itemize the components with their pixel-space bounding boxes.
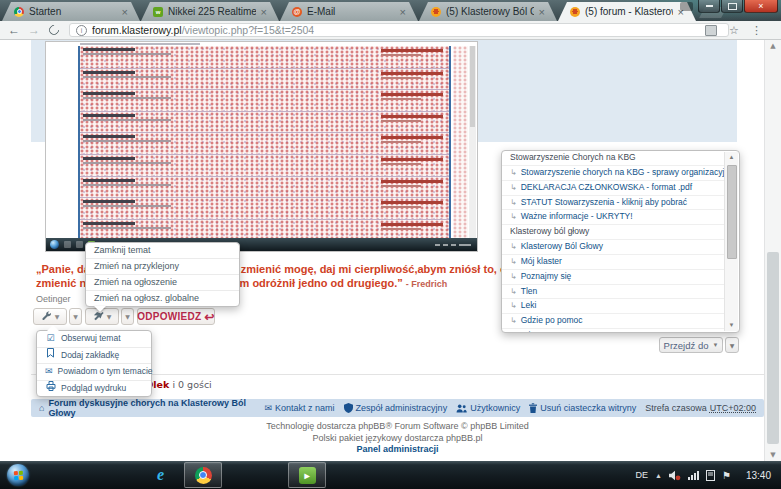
- jump-link[interactable]: ↳Poznajmy się: [502, 270, 724, 285]
- address-bar[interactable]: i forum.klasterowy.pl/viewtopic.php?f=15…: [69, 23, 729, 37]
- scroll-up-icon[interactable]: ▲: [725, 152, 738, 163]
- jump-menu-scrollbar[interactable]: ▲ ▼: [724, 152, 738, 331]
- footer-link-label: Usuń ciasteczka witryny: [540, 403, 636, 413]
- tab-close-icon[interactable]: ×: [400, 7, 406, 17]
- forward-icon[interactable]: →: [28, 23, 40, 37]
- credit-line: Technologię dostarcza phpBB® Forum Softw…: [31, 421, 764, 433]
- tab-klasterowy[interactable]: (5) Klasterowy Ból Głowy ×: [419, 2, 557, 21]
- menu-item-close-topic[interactable]: Zamknij temat: [86, 243, 239, 259]
- flag-icon[interactable]: ⚑: [722, 470, 731, 481]
- url-text: forum.klasterowy.pl/viewtopic.php?f=15&t…: [92, 24, 314, 36]
- contact-link[interactable]: ✉ Kontakt z nami: [265, 403, 335, 413]
- menu-item-label: Podgląd wydruku: [61, 381, 126, 396]
- tab-email[interactable]: @ E-Mail ×: [280, 2, 418, 21]
- scroll-thumb[interactable]: [727, 165, 737, 259]
- admin-team-link[interactable]: Zespół administracyjny: [344, 403, 448, 413]
- bookmark-star-icon[interactable]: ☆: [729, 24, 739, 37]
- maximize-button[interactable]: [721, 0, 743, 13]
- tab-nikkei[interactable]: w Nikkei 225 Realtime | Ku ×: [141, 2, 279, 21]
- menu-item-bookmark[interactable]: Dodaj zakładkę: [37, 348, 151, 365]
- shield-icon: [344, 403, 353, 413]
- language-indicator[interactable]: DE: [636, 470, 649, 480]
- menu-item-make-global[interactable]: Zmień na ogłosz. globalne: [86, 291, 239, 306]
- jump-link[interactable]: ↳Trigger: [502, 329, 724, 333]
- timezone-value[interactable]: UTC+02:00: [710, 403, 756, 413]
- jump-link[interactable]: ↳Klasterowy Ból Głowy: [502, 240, 724, 255]
- menu-item-label: Obserwuj temat: [61, 331, 121, 346]
- jump-link[interactable]: ↳Stowarzyszenie chorych na KBG - sprawy …: [502, 166, 724, 181]
- jump-link[interactable]: ↳Tlen: [502, 285, 724, 300]
- page-action-icon[interactable]: [705, 25, 717, 36]
- reply-button[interactable]: ODPOWIEDZ ↩: [137, 308, 215, 325]
- mini-app-icon: [76, 241, 83, 248]
- tab-title: Nikkei 225 Realtime | Ku: [168, 6, 256, 17]
- back-icon[interactable]: ←: [8, 23, 20, 37]
- branch-icon: ↳: [510, 270, 517, 284]
- jump-to-more-button[interactable]: ▼: [725, 337, 739, 353]
- embedded-screenshot-image[interactable]: [45, 41, 478, 252]
- members-link[interactable]: Użytkownicy: [456, 403, 520, 413]
- reload-icon[interactable]: [47, 23, 61, 37]
- tab-starten[interactable]: Starten ×: [2, 2, 140, 21]
- green-app-icon: ▸: [299, 467, 316, 484]
- window-controls: ×: [697, 0, 778, 13]
- caret-down-icon: ▼: [73, 313, 78, 320]
- branch-icon: ↳: [510, 240, 517, 254]
- moderator-tools-more-button[interactable]: ▼: [121, 308, 134, 325]
- scroll-down-icon[interactable]: ▼: [725, 320, 738, 331]
- internet-explorer-icon[interactable]: e: [157, 466, 164, 484]
- jump-link[interactable]: ↳Mój klaster: [502, 255, 724, 270]
- chrome-icon: [195, 467, 212, 484]
- menu-item-watch-topic[interactable]: ☑ Obserwuj temat: [37, 331, 151, 348]
- branch-icon: ↳: [510, 181, 517, 195]
- tab-close-icon[interactable]: ×: [261, 7, 267, 17]
- close-button[interactable]: ×: [744, 0, 778, 13]
- scroll-thumb[interactable]: [767, 252, 779, 444]
- network-signal-icon[interactable]: [688, 471, 699, 480]
- page-scrollbar[interactable]: ▲ ▼: [764, 40, 781, 461]
- topic-tools-more-button[interactable]: ▼: [69, 308, 82, 325]
- chrome-taskbar-button[interactable]: [184, 462, 222, 488]
- timezone-label: Strefa czasowa: [645, 403, 707, 413]
- screenshot-topic-grid: [78, 46, 451, 238]
- volume-muted-icon[interactable]: [669, 470, 681, 481]
- page-info-icon[interactable]: i: [76, 25, 87, 36]
- browser-menu-icon[interactable]: ⋮: [751, 24, 762, 37]
- tab-close-icon[interactable]: ×: [122, 7, 128, 17]
- scroll-up-icon[interactable]: ▲: [765, 42, 781, 50]
- minimize-button[interactable]: [698, 0, 720, 13]
- menu-item-make-sticky[interactable]: Zmień na przyklejony: [86, 259, 239, 275]
- action-center-icon[interactable]: [706, 470, 715, 481]
- menu-item-print-view[interactable]: Podgląd wydruku: [37, 381, 151, 397]
- admin-panel-link[interactable]: Panel administracji: [31, 444, 764, 456]
- board-home-link[interactable]: ⌂ Forum dyskusyjne chorych na Klasterowy…: [39, 398, 265, 418]
- quote-attribution: - Fredrich: [406, 279, 448, 289]
- tray-expand-icon[interactable]: ▲: [655, 472, 662, 479]
- jump-link[interactable]: ↳DEKLARACJA CZŁONKOWSKA - format .pdf: [502, 181, 724, 196]
- url-path: /viewtopic.php?f=15&t=2504: [182, 24, 315, 36]
- jump-link[interactable]: ↳Gdzie po pomoc: [502, 314, 724, 329]
- delete-cookies-link[interactable]: Usuń ciasteczka witryny: [529, 403, 636, 413]
- tab-forum-active[interactable]: (5) forum - Klasterowy B ×: [558, 2, 696, 21]
- app-taskbar-button[interactable]: ▸: [288, 462, 326, 488]
- menu-item-email-topic[interactable]: ✉ Powiadom o tym temacie: [37, 364, 151, 381]
- branch-icon: ↳: [510, 166, 517, 180]
- taskbar-clock[interactable]: 13:40: [746, 470, 771, 481]
- tab-title: (5) Klasterowy Ból Głowy: [446, 6, 534, 17]
- jump-link[interactable]: ↳STATUT Stowarzyszenia - kliknij aby pob…: [502, 196, 724, 211]
- board-home-label: Forum dyskusyjne chorych na Klasterowy B…: [48, 398, 264, 418]
- scroll-down-icon[interactable]: ▼: [765, 451, 781, 459]
- jump-link[interactable]: ↳Ważne informacje - UKRYTY!: [502, 210, 724, 225]
- topic-tools-button[interactable]: ▼: [33, 308, 67, 325]
- jump-link[interactable]: ↳Leki: [502, 299, 724, 314]
- tab-list-button[interactable]: [680, 2, 693, 11]
- forum-favicon: [431, 7, 441, 17]
- caret-down-icon: ▼: [712, 342, 718, 348]
- footer-links: ✉ Kontakt z nami Zespół administracyjny …: [265, 403, 756, 413]
- start-button[interactable]: [7, 464, 29, 486]
- menu-item-make-announce[interactable]: Zmień na ogłoszenie: [86, 275, 239, 291]
- menu-item-label: Powiadom o tym temacie: [58, 364, 153, 379]
- jump-to-button[interactable]: Przejdź do ▼: [659, 337, 723, 353]
- tab-close-icon[interactable]: ×: [539, 7, 545, 17]
- jump-to-menu: Stowarzyszenie Chorych na KBG ↳Stowarzys…: [501, 150, 740, 333]
